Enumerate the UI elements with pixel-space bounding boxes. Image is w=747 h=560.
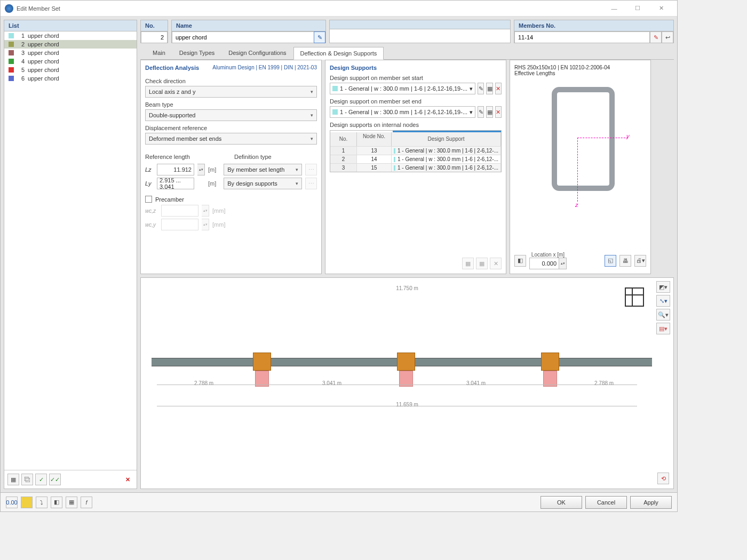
disp-ref-select[interactable]: Deformed member set ends▾ [145, 133, 317, 145]
view-zoom-button[interactable]: 🔍▾ [656, 309, 670, 321]
beam-type-select[interactable]: Double-supported▾ [145, 109, 317, 121]
cell-ds: 1 - General | w : 300.0 mm | 1-6 | 2-6,1… [392, 155, 501, 163]
section-pick-button[interactable]: ◧ [514, 255, 526, 267]
dim-span-0: 2.788 m [194, 380, 213, 386]
diagram-reset-button[interactable]: ⟲ [657, 473, 669, 484]
members-reverse-button[interactable]: ↩ [662, 31, 673, 43]
new-item-button[interactable]: ▦ [7, 474, 19, 485]
sidebar-item[interactable]: 6 upper chord [4, 74, 137, 83]
lz-value: 11.912 [173, 166, 192, 173]
tab-design-configurations[interactable]: Design Configurations [221, 46, 293, 59]
minimize-button[interactable]: — [602, 1, 626, 16]
preview-tool-2[interactable]: 🖶 [619, 255, 631, 267]
ly-input[interactable]: 2.915 ... 3.041 [157, 178, 194, 189]
sidebar-item-label: upper chord [28, 75, 59, 82]
copy-item-button[interactable]: ⿻ [21, 474, 33, 485]
ds-start-lib-button[interactable]: ▦ [486, 83, 492, 94]
precamber-label: Precamber [155, 196, 184, 203]
check-direction-select[interactable]: Local axis z and y▾ [145, 86, 317, 98]
delete-item-button[interactable]: ✕ [122, 474, 133, 485]
ly-label: Ly [145, 180, 154, 187]
ds-grid-btn1[interactable]: ▦ [462, 258, 474, 269]
ly-def-select[interactable]: By design supports▾ [224, 178, 302, 189]
view-iso-button[interactable]: ◩▾ [656, 281, 670, 293]
footer-color-button[interactable] [21, 497, 33, 508]
ok-button[interactable]: OK [541, 496, 582, 509]
ds-internal-label: Design supports on internal nodes [330, 122, 502, 128]
check-button[interactable]: ✓ [35, 474, 47, 485]
name-library-button[interactable]: ✎ [314, 31, 325, 43]
sidebar-item[interactable]: 3 upper chord [4, 49, 137, 57]
lz-input[interactable]: 11.912 [157, 164, 194, 175]
cancel-button[interactable]: Cancel [585, 496, 627, 509]
chevron-down-icon: ▾ [470, 109, 473, 116]
table-row[interactable]: 2 14 1 - General | w : 300.0 mm | 1-6 | … [330, 155, 501, 163]
ok-label: OK [557, 499, 566, 506]
footer-tool-1[interactable]: ⤵ [36, 497, 47, 508]
member-diagram[interactable]: 11.750 m 2.788 m 3.041 m 3.041 m 2.788 m… [140, 277, 674, 489]
members-panel: Members No. ✎ ↩ [514, 20, 674, 43]
sidebar-item[interactable]: 2 upper chord [4, 40, 137, 49]
view-display-button[interactable]: ▤▾ [656, 323, 670, 334]
color-swatch [9, 50, 14, 55]
preview-tool-3[interactable]: 🖨▾ [634, 255, 646, 267]
tab-deflection-design-supports[interactable]: Deflection & Design Supports [293, 47, 384, 60]
cross-section-view[interactable]: y z [514, 82, 646, 210]
maximize-button[interactable]: ☐ [626, 1, 649, 16]
ds-start-new-button[interactable]: ✎ [478, 83, 484, 94]
sidebar-item-num: 2 [17, 41, 25, 47]
dim-total-top: 11.750 m [396, 285, 418, 291]
no-panel: No. [140, 20, 168, 43]
sidebar-item[interactable]: 5 upper chord [4, 66, 137, 74]
ds-end-value: 1 - General | w : 300.0 mm | 1-6 | 2-6,1… [340, 109, 467, 115]
color-swatch [394, 165, 395, 171]
ds-end-del-button[interactable]: ✕ [495, 106, 502, 118]
sidebar-item[interactable]: 4 upper chord [4, 57, 137, 66]
tab-main[interactable]: Main [146, 46, 172, 59]
chevron-down-icon: ▾ [470, 85, 473, 92]
axis-y-label: y [626, 133, 630, 139]
precamber-checkbox[interactable] [145, 196, 152, 203]
sidebar-item-num: 3 [17, 50, 25, 56]
footer-units-button[interactable]: 0.00 [6, 497, 18, 508]
name-input[interactable] [172, 31, 314, 43]
members-pick-button[interactable]: ✎ [650, 31, 662, 43]
empty-header-panel [329, 20, 511, 43]
ds-grid-btn2[interactable]: ▦ [476, 258, 488, 269]
ds-start-del-button[interactable]: ✕ [495, 83, 502, 94]
tab-design-types[interactable]: Design Types [172, 46, 221, 59]
lz-spinner[interactable]: ▴▾ [197, 164, 205, 175]
footer-tool-4[interactable]: f [81, 497, 92, 508]
design-supports-title: Design Supports [330, 65, 502, 71]
lz-def-select[interactable]: By member set length▾ [224, 164, 302, 175]
list-body[interactable]: 1 upper chord 2 upper chord 3 upper chor… [4, 31, 137, 470]
ly-options-button[interactable]: ⋯ [305, 178, 317, 189]
close-button[interactable]: ✕ [649, 1, 673, 16]
table-row[interactable]: 3 15 1 - General | w : 300.0 mm | 1-6 | … [330, 163, 501, 172]
location-input[interactable]: 0.000 [529, 258, 559, 269]
check-all-button[interactable]: ✓✓ [49, 474, 61, 485]
apply-button[interactable]: Apply [630, 496, 672, 509]
ds-end-lib-button[interactable]: ▦ [486, 106, 492, 118]
footer-tool-2[interactable]: ◧ [51, 497, 62, 508]
table-row[interactable]: 1 13 1 - General | w : 300.0 mm | 1-6 | … [330, 146, 501, 155]
view-cube[interactable] [625, 287, 644, 307]
no-input[interactable] [141, 31, 168, 43]
ds-start-select[interactable]: 1 - General | w : 300.0 mm | 1-6 | 2-6,1… [330, 83, 475, 94]
list-header: List [4, 20, 137, 31]
location-spinner[interactable]: ▴▾ [559, 258, 567, 269]
members-input[interactable] [514, 31, 650, 43]
def-type-label: Definition type [234, 154, 317, 160]
ly-unit: [m] [208, 180, 216, 187]
sidebar-item[interactable]: 1 upper chord [4, 31, 137, 40]
ds-end-new-button[interactable]: ✎ [478, 106, 484, 118]
sidebar-item-label: upper chord [28, 67, 59, 73]
ds-start-label: Design support on member set start [330, 75, 502, 81]
ds-end-select[interactable]: 1 - General | w : 300.0 mm | 1-6 | 2-6,1… [330, 106, 475, 118]
view-xy-button[interactable]: ⤡▾ [656, 295, 670, 307]
preview-tool-1[interactable]: ◱ [605, 255, 616, 267]
footer-tool-3[interactable]: ▦ [66, 497, 77, 508]
ds-grid-btn3[interactable]: ✕ [490, 258, 502, 269]
lz-options-button[interactable]: ⋯ [305, 164, 317, 175]
deflection-standard: Aluminum Design | EN 1999 | DIN | 2021-0… [212, 65, 317, 74]
